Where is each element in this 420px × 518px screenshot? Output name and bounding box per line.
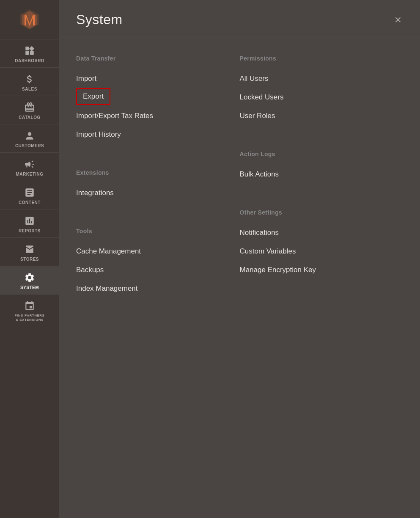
action-logs-section: Action Logs Bulk Actions <box>240 151 404 184</box>
sidebar-item-stores[interactable]: STORES <box>0 238 59 266</box>
close-button[interactable]: × <box>393 14 403 26</box>
data-transfer-section: Data Transfer Import Export Import/Expor… <box>76 55 240 144</box>
sales-icon <box>24 74 35 85</box>
tools-section: Tools Cache Management Backups Index Man… <box>76 228 240 298</box>
data-transfer-title: Data Transfer <box>76 55 240 62</box>
other-settings-section: Other Settings Notifications Custom Vari… <box>240 209 404 279</box>
content-icon <box>24 187 35 198</box>
import-link[interactable]: Import <box>76 69 240 88</box>
sidebar-item-label-catalog: CATALOG <box>19 115 40 120</box>
permissions-title: Permissions <box>240 55 404 62</box>
integrations-link[interactable]: Integrations <box>76 184 240 202</box>
action-logs-title: Action Logs <box>240 151 404 157</box>
import-history-link[interactable]: Import History <box>76 125 240 144</box>
sidebar: DASHBOARD SALES CATALOG CUSTOMERS MARKET… <box>0 0 59 518</box>
menu-grid: Data Transfer Import Export Import/Expor… <box>59 38 420 323</box>
bulk-actions-link[interactable]: Bulk Actions <box>240 165 404 184</box>
customers-icon <box>24 130 35 141</box>
stores-icon <box>24 244 35 255</box>
extensions-section: Extensions Integrations <box>76 169 240 202</box>
system-panel: System × Data Transfer Import Export Imp… <box>59 0 420 518</box>
custom-variables-link[interactable]: Custom Variables <box>240 242 404 261</box>
backups-link[interactable]: Backups <box>76 261 240 279</box>
sidebar-item-system[interactable]: SYSTEM <box>0 266 59 295</box>
menu-left-column: Data Transfer Import Export Import/Expor… <box>76 51 240 306</box>
import-export-tax-link[interactable]: Import/Export Tax Rates <box>76 107 240 125</box>
sidebar-item-label-marketing: MARKETING <box>16 172 43 176</box>
locked-users-link[interactable]: Locked Users <box>240 88 404 107</box>
other-settings-title: Other Settings <box>240 209 404 216</box>
sidebar-item-label-dashboard: DASHBOARD <box>15 58 44 63</box>
cache-management-link[interactable]: Cache Management <box>76 242 240 261</box>
sidebar-item-customers[interactable]: CUSTOMERS <box>0 124 59 153</box>
panel-title: System <box>76 12 123 28</box>
notifications-link[interactable]: Notifications <box>240 223 404 242</box>
sidebar-item-label-reports: REPORTS <box>19 229 41 233</box>
partners-icon <box>24 300 35 311</box>
system-icon <box>24 272 35 283</box>
sidebar-item-label-stores: STORES <box>20 257 39 262</box>
sidebar-item-label-sales: SALES <box>22 87 37 91</box>
sidebar-item-sales[interactable]: SALES <box>0 68 59 96</box>
sidebar-item-marketing[interactable]: MARKETING <box>0 153 59 181</box>
sidebar-item-label-partners: FIND PARTNERS& EXTENSIONS <box>15 314 45 322</box>
permissions-section: Permissions All Users Locked Users User … <box>240 55 404 125</box>
dashboard-icon <box>24 45 35 56</box>
logo-area <box>0 0 59 39</box>
panel-header: System × <box>59 0 420 38</box>
tools-title: Tools <box>76 228 240 234</box>
sidebar-item-partners[interactable]: FIND PARTNERS& EXTENSIONS <box>0 295 59 326</box>
export-link[interactable]: Export <box>76 88 110 105</box>
manage-encryption-key-link[interactable]: Manage Encryption Key <box>240 261 404 279</box>
sidebar-item-label-customers: CUSTOMERS <box>15 143 44 148</box>
menu-right-column: Permissions All Users Locked Users User … <box>240 51 404 306</box>
sidebar-item-reports[interactable]: REPORTS <box>0 209 59 238</box>
sidebar-item-label-system: SYSTEM <box>20 285 39 290</box>
index-management-link[interactable]: Index Management <box>76 279 240 298</box>
sidebar-item-content[interactable]: CONTENT <box>0 181 59 209</box>
reports-icon <box>24 215 35 226</box>
catalog-icon <box>24 102 35 113</box>
sidebar-item-catalog[interactable]: CATALOG <box>0 96 59 124</box>
magento-logo <box>18 8 41 31</box>
sidebar-item-label-content: CONTENT <box>19 200 41 205</box>
marketing-icon <box>24 159 35 170</box>
sidebar-item-dashboard[interactable]: DASHBOARD <box>0 39 59 68</box>
all-users-link[interactable]: All Users <box>240 69 404 88</box>
user-roles-link[interactable]: User Roles <box>240 107 404 125</box>
extensions-title: Extensions <box>76 169 240 176</box>
